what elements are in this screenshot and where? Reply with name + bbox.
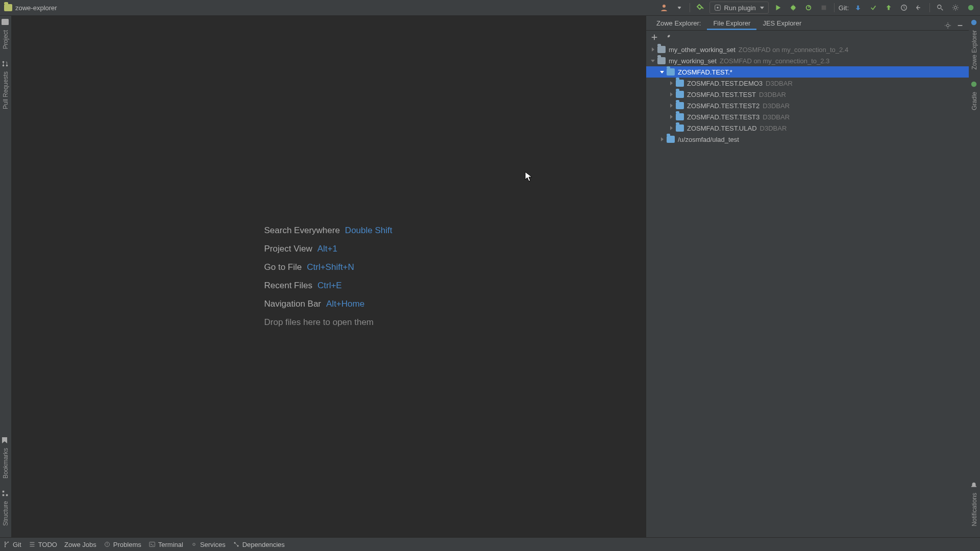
sidebar-tab-project[interactable]: Project [2,30,9,49]
tab-zowe-explorer[interactable]: Zowe Explorer: [650,17,707,30]
svg-rect-16 [6,494,8,496]
sidebar-tab-zowe[interactable]: Zowe Explorer [971,30,978,69]
debug-icon[interactable] [787,2,799,14]
tip-label: Go to File [264,262,302,272]
bottom-tab-label: TODO [38,541,57,548]
branch-icon [3,541,10,548]
sidebar-tab-bookmarks[interactable]: Bookmarks [2,448,9,479]
tree-row[interactable]: ZOSMFAD.TEST.DEMO3D3DBAR [646,78,969,89]
terminal-icon [149,541,156,548]
bookmark-icon[interactable] [2,437,10,445]
project-title[interactable]: zowe-explorer [0,4,658,12]
gradle-icon[interactable] [970,81,978,89]
bottom-tab-problems[interactable]: Problems [104,541,141,548]
svg-point-8 [954,6,957,9]
tree-row[interactable]: ZOSMFAD.TEST.TEST3D3DBAR [646,111,969,122]
profile-icon[interactable] [965,2,977,14]
gear-icon[interactable] [949,2,962,14]
sidebar-tab-structure[interactable]: Structure [2,501,9,526]
pull-request-icon[interactable] [2,60,10,68]
chevron-right-icon[interactable] [658,136,666,143]
tab-jes-explorer[interactable]: JES Explorer [756,17,807,30]
tree-row[interactable]: my_other_working_setZOSMFAD on my_connec… [646,44,969,55]
bottom-tab-dependencies[interactable]: Dependencies [233,541,285,548]
minimize-icon[interactable] [955,21,965,30]
dataset-icon [667,68,675,76]
chevron-down-icon[interactable] [658,68,666,76]
tip-shortcut: Ctrl+Shift+N [307,262,354,272]
rerun-icon[interactable] [802,2,815,14]
tree-row[interactable]: ZOSMFAD.TEST.* [646,66,969,78]
git-rollback-icon[interactable] [913,2,925,14]
git-update-icon[interactable] [852,2,864,14]
editor-empty-area[interactable]: Search Everywhere Double Shift Project V… [11,16,646,537]
svg-rect-18 [958,25,963,26]
tip-label: Navigation Bar [264,299,322,309]
bottom-toolbar: Git TODO Zowe Jobs Problems Terminal Ser… [0,537,980,551]
tab-file-explorer[interactable]: File Explorer [707,17,756,30]
svg-rect-15 [3,494,5,496]
svg-point-11 [3,61,5,63]
stop-icon[interactable] [818,2,830,14]
tree-row[interactable]: /u/zosmfad/ulad_test [646,134,969,145]
chevron-right-icon[interactable] [668,102,675,109]
svg-point-26 [193,543,195,546]
tip-shortcut: Alt+1 [317,244,337,254]
bottom-tab-services[interactable]: Services [190,541,226,548]
bottom-tab-label: Terminal [158,541,183,548]
chevron-down-icon[interactable] [649,57,656,64]
bottom-tab-label: Services [200,541,226,548]
gear-icon [190,541,198,548]
tip-shortcut: Ctrl+E [317,281,342,291]
chevron-right-icon[interactable] [668,91,675,98]
project-title-label: zowe-explorer [15,4,57,12]
structure-icon[interactable] [2,490,10,498]
user-dropdown-icon[interactable] [673,2,685,14]
search-icon[interactable] [934,2,946,14]
chevron-right-icon[interactable] [668,80,675,87]
file-tree[interactable]: my_other_working_setZOSMFAD on my_connec… [646,44,969,537]
tree-row[interactable]: ZOSMFAD.TEST.TEST2D3DBAR [646,100,969,111]
tip-label: Recent Files [264,281,312,291]
wrench-icon[interactable] [663,32,673,42]
tree-row[interactable]: ZOSMFAD.TEST.ULADD3DBAR [646,122,969,134]
tip-shortcut: Double Shift [345,226,393,236]
bottom-tab-terminal[interactable]: Terminal [149,541,183,548]
notifications-icon[interactable] [970,482,978,490]
git-commit-icon[interactable] [867,2,879,14]
folder-icon[interactable] [2,19,10,27]
git-label: Git: [839,4,849,12]
sidebar-tab-pull-requests[interactable]: Pull Requests [2,71,9,109]
gear-icon[interactable] [943,21,952,30]
plus-icon[interactable] [649,32,659,42]
tree-row[interactable]: my_working_setZOSMFAD on my_connection_t… [646,55,969,66]
chevron-right-icon[interactable] [668,124,675,132]
tree-row-suffix: D3DBAR [766,80,793,87]
bottom-tab-todo[interactable]: TODO [29,541,57,548]
sidebar-tab-gradle[interactable]: Gradle [971,92,978,110]
tree-row-suffix: D3DBAR [759,91,786,98]
svg-rect-25 [150,542,155,547]
tree-row-label: ZOSMFAD.TEST.TEST3 [687,113,760,121]
git-history-icon[interactable] [898,2,910,14]
bottom-tab-git[interactable]: Git [3,541,21,548]
tree-row[interactable]: ZOSMFAD.TEST.TESTD3DBAR [646,89,969,100]
tree-row-label: my_working_set [669,57,717,65]
tree-row-suffix: D3DBAR [763,113,790,121]
bottom-tab-label: Problems [113,541,141,548]
run-config-dropdown[interactable]: Run plugin [709,2,769,14]
chevron-right-icon[interactable] [649,46,656,53]
tree-row-label: ZOSMFAD.TEST.ULAD [687,124,757,132]
svg-point-17 [946,24,949,27]
build-icon[interactable] [694,2,706,14]
sidebar-tab-notifications[interactable]: Notifications [971,493,978,526]
run-icon[interactable] [772,2,784,14]
user-icon[interactable] [658,2,670,14]
bottom-tab-zowe-jobs[interactable]: Zowe Jobs [64,541,96,548]
dataset-icon [667,136,675,143]
git-push-icon[interactable] [883,2,895,14]
svg-point-13 [6,65,8,67]
zowe-icon[interactable] [970,19,978,27]
tree-row-label: ZOSMFAD.TEST.TEST2 [687,102,760,110]
chevron-right-icon[interactable] [668,113,675,120]
